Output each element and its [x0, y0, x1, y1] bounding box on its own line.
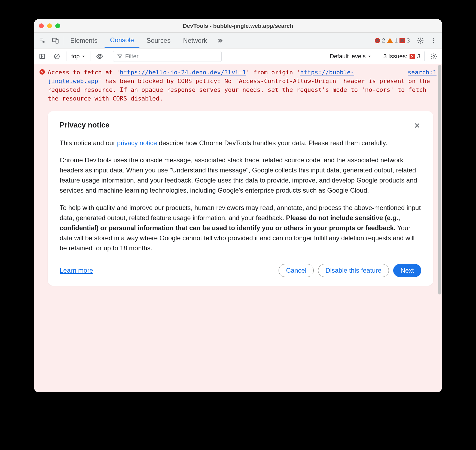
issue-count: 3	[407, 37, 410, 44]
chevron-down-icon	[81, 54, 85, 58]
divider	[375, 51, 375, 61]
divider	[109, 51, 109, 61]
divider	[90, 51, 90, 61]
devtools-window: DevTools - bubble-jingle.web.app/search …	[34, 19, 442, 392]
svg-point-3	[420, 39, 422, 41]
svg-point-6	[433, 42, 434, 43]
warning-count-icon	[387, 38, 393, 43]
console-error-row[interactable]: ✕ search:1 Access to fetch at 'https://h…	[34, 64, 442, 107]
svg-rect-2	[56, 39, 58, 43]
svg-point-5	[433, 40, 434, 41]
issue-badge-icon: ✕	[410, 54, 415, 59]
filter-placeholder: Filter	[125, 53, 139, 60]
privacy-title: Privacy notice	[60, 121, 109, 129]
close-window-button[interactable]	[39, 23, 44, 28]
maximize-window-button[interactable]	[55, 23, 60, 28]
close-icon[interactable]: ✕	[413, 121, 421, 131]
clear-console-icon[interactable]	[51, 51, 62, 62]
console-toolbar: top Filter Default levels 3 Issues: ✕ 3	[34, 48, 442, 64]
context-selector[interactable]: top	[70, 53, 86, 60]
svg-rect-7	[40, 54, 45, 59]
svg-point-12	[433, 55, 435, 57]
error-count: 2	[382, 37, 385, 44]
more-tabs-icon[interactable]	[214, 35, 225, 46]
issues-badge-count: 3	[417, 53, 420, 60]
sidebar-toggle-icon[interactable]	[37, 51, 48, 62]
tab-console[interactable]: Console	[105, 33, 139, 48]
privacy-notice-link[interactable]: privacy notice	[117, 139, 157, 147]
log-levels-selector[interactable]: Default levels	[330, 53, 371, 60]
scrollbar[interactable]	[438, 65, 441, 294]
issues-label: 3 Issues:	[383, 53, 407, 60]
warning-count: 1	[395, 37, 398, 44]
divider	[63, 36, 63, 45]
svg-rect-0	[40, 38, 43, 41]
error-source-link[interactable]: search:1	[408, 68, 437, 77]
console-output: ✕ search:1 Access to fetch at 'https://h…	[34, 64, 442, 392]
error-count-icon: ✕	[375, 38, 380, 43]
traffic-lights	[39, 23, 60, 28]
kebab-menu-icon[interactable]	[428, 35, 439, 46]
privacy-paragraph-2: Chrome DevTools uses the console message…	[60, 155, 421, 196]
issues-link[interactable]: 3 Issues: ✕ 3	[383, 53, 420, 60]
disable-feature-button[interactable]: Disable this feature	[318, 264, 389, 277]
svg-point-4	[433, 38, 434, 39]
main-tabs: Elements Console Sources Network ✕2 1 ✕3	[34, 33, 442, 48]
issue-count-icon: ✕	[399, 38, 405, 43]
error-url-link[interactable]: https://hello-io-24.deno.dev/?lvl=1	[120, 69, 246, 76]
chevron-down-icon	[367, 54, 371, 58]
error-text: search:1 Access to fetch at 'https://hel…	[48, 68, 437, 103]
tab-sources[interactable]: Sources	[141, 33, 176, 48]
privacy-paragraph-1: This notice and our privacy notice descr…	[60, 138, 421, 148]
filter-icon	[117, 54, 123, 59]
divider	[424, 51, 425, 61]
context-label: top	[71, 53, 80, 60]
settings-icon[interactable]	[415, 35, 426, 46]
minimize-window-button[interactable]	[47, 23, 52, 28]
divider	[66, 51, 66, 61]
tab-network[interactable]: Network	[178, 33, 212, 48]
svg-point-11	[98, 55, 101, 57]
next-button[interactable]: Next	[393, 264, 421, 277]
privacy-paragraph-3: To help with quality and improve our pro…	[60, 203, 421, 253]
status-counters[interactable]: ✕2 1 ✕3	[375, 37, 410, 44]
levels-label: Default levels	[330, 53, 366, 60]
learn-more-link[interactable]: Learn more	[60, 267, 93, 274]
privacy-notice-card: Privacy notice ✕ This notice and our pri…	[48, 111, 433, 286]
live-expression-icon[interactable]	[94, 51, 105, 62]
console-settings-icon[interactable]	[428, 51, 439, 62]
error-icon: ✕	[39, 69, 45, 75]
titlebar: DevTools - bubble-jingle.web.app/search	[34, 19, 442, 33]
cancel-button[interactable]: Cancel	[279, 264, 314, 277]
device-toggle-icon[interactable]	[50, 35, 61, 46]
svg-line-10	[55, 55, 59, 58]
tab-elements[interactable]: Elements	[65, 33, 103, 48]
filter-input[interactable]: Filter	[113, 51, 222, 62]
window-title: DevTools - bubble-jingle.web.app/search	[34, 23, 442, 29]
inspect-icon[interactable]	[37, 35, 48, 46]
